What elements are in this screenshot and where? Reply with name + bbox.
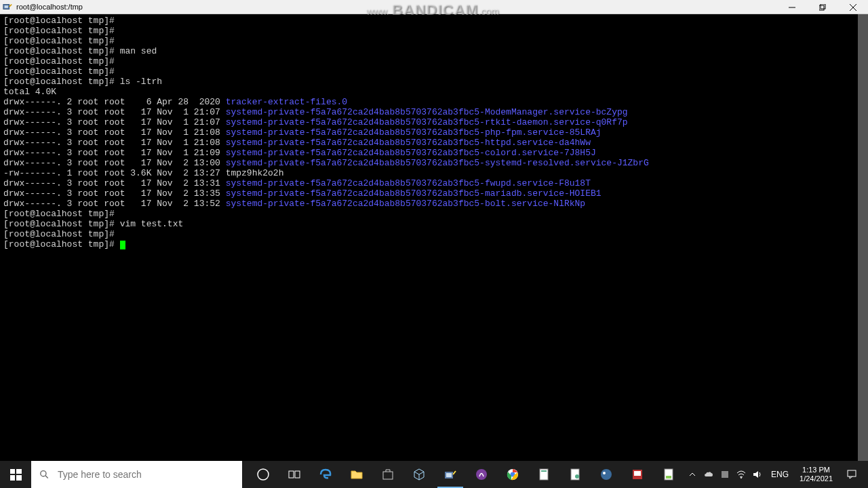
windows-taskbar: ENG 1:13 PM 1/24/2021 — [0, 461, 868, 488]
terminal-line: [root@localhost tmp]# man sed — [3, 46, 865, 56]
window-controls — [776, 0, 868, 14]
app-icon-6[interactable] — [653, 461, 684, 488]
tray-app-icon[interactable] — [717, 461, 733, 488]
app-icon-2[interactable] — [528, 461, 559, 488]
language-indicator[interactable]: ENG — [766, 470, 794, 479]
svg-rect-29 — [666, 476, 671, 479]
terminal-line: drwx------. 3 root root 17 Nov 1 21:07 s… — [3, 107, 865, 117]
terminal-line: drwx------. 3 root root 17 Nov 1 21:07 s… — [3, 117, 865, 127]
search-icon — [39, 469, 50, 480]
terminal-line: [root@localhost tmp]# vim test.txt — [3, 219, 865, 229]
app-icon-1[interactable] — [466, 461, 497, 488]
clock[interactable]: 1:13 PM 1/24/2021 — [794, 466, 838, 483]
terminal-line: drwx------. 3 root root 17 Nov 1 21:08 s… — [3, 127, 865, 138]
terminal-line: -rw-------. 1 root root 3.6K Nov 2 13:27… — [3, 168, 865, 178]
window-titlebar: root@localhost:/tmp — [0, 0, 868, 14]
terminal-line: drwx------. 3 root root 17 Nov 2 13:31 s… — [3, 178, 865, 188]
terminal-line: [root@localhost tmp]# — [3, 56, 865, 66]
putty-icon — [3, 2, 12, 12]
terminal-cursor — [120, 241, 125, 249]
svg-point-31 — [741, 477, 742, 479]
terminal-line: drwx------. 2 root root 6 Apr 28 2020 tr… — [3, 97, 865, 107]
terminal-line: drwx------. 3 root root 17 Nov 1 21:08 s… — [3, 138, 865, 148]
svg-rect-11 — [289, 471, 294, 478]
terminal-line: [root@localhost tmp]# ls -ltrh — [3, 77, 865, 87]
app-icon-4[interactable] — [591, 461, 622, 488]
svg-rect-30 — [722, 471, 728, 478]
putty-taskbar-icon[interactable] — [435, 461, 466, 488]
minimize-button[interactable] — [776, 0, 807, 14]
chrome-icon[interactable] — [497, 461, 528, 488]
svg-rect-4 — [819, 5, 824, 10]
terminal-line: [root@localhost tmp]# — [3, 26, 865, 36]
terminal-line: drwx------. 3 root root 17 Nov 2 13:52 s… — [3, 199, 865, 209]
virtualbox-icon[interactable] — [403, 461, 435, 488]
terminal-line: [root@localhost tmp]# — [3, 229, 865, 239]
terminal-line: drwx------. 3 root root 17 Nov 2 13:00 s… — [3, 158, 865, 168]
svg-rect-27 — [634, 471, 641, 476]
tray-volume-icon[interactable] — [749, 461, 766, 488]
svg-rect-5 — [821, 4, 825, 9]
scrollbar[interactable] — [858, 14, 868, 461]
svg-line-2 — [9, 5, 12, 7]
close-button[interactable] — [837, 0, 868, 14]
window-title: root@localhost:/tmp — [16, 3, 83, 11]
terminal-output[interactable]: [root@localhost tmp]# [root@localhost tm… — [0, 14, 868, 461]
terminal-line: total 4.0K — [3, 87, 865, 97]
terminal-line: [root@localhost tmp]# — [3, 209, 865, 219]
svg-point-10 — [258, 469, 269, 480]
svg-rect-1 — [5, 5, 8, 8]
tray-onedrive-icon[interactable] — [701, 461, 717, 488]
svg-rect-12 — [295, 471, 300, 478]
store-icon[interactable] — [372, 461, 403, 488]
cortana-icon[interactable] — [248, 461, 279, 488]
svg-point-8 — [41, 471, 46, 476]
taskbar-pinned — [248, 461, 684, 488]
svg-point-23 — [575, 474, 579, 479]
svg-line-16 — [453, 471, 456, 474]
svg-point-17 — [476, 469, 487, 480]
app-icon-5[interactable] — [622, 461, 653, 488]
svg-line-9 — [46, 476, 49, 479]
svg-rect-32 — [848, 470, 856, 476]
search-input[interactable] — [58, 469, 234, 480]
maximize-button[interactable] — [807, 0, 837, 14]
system-tray: ENG 1:13 PM 1/24/2021 — [684, 461, 868, 488]
start-button[interactable] — [0, 461, 31, 488]
task-view-icon[interactable] — [279, 461, 310, 488]
scrollbar-thumb[interactable] — [858, 14, 868, 461]
terminal-line: drwx------. 3 root root 17 Nov 2 13:35 s… — [3, 188, 865, 199]
terminal-line: [root@localhost tmp]# — [3, 239, 865, 249]
taskbar-search[interactable] — [31, 461, 242, 488]
tray-chevron-icon[interactable] — [684, 461, 701, 488]
app-icon-3[interactable] — [559, 461, 591, 488]
svg-point-25 — [603, 472, 606, 474]
file-explorer-icon[interactable] — [341, 461, 372, 488]
terminal-line: [root@localhost tmp]# — [3, 36, 865, 46]
terminal-line: [root@localhost tmp]# — [3, 66, 865, 77]
terminal-line: drwx------. 3 root root 17 Nov 1 21:09 s… — [3, 148, 865, 158]
svg-rect-21 — [541, 470, 547, 472]
svg-rect-13 — [383, 472, 393, 479]
notification-center-icon[interactable] — [838, 461, 865, 488]
svg-rect-15 — [446, 473, 452, 477]
terminal-line: [root@localhost tmp]# — [3, 16, 865, 26]
tray-wifi-icon[interactable] — [733, 461, 749, 488]
edge-icon[interactable] — [310, 461, 341, 488]
svg-point-24 — [601, 469, 612, 480]
